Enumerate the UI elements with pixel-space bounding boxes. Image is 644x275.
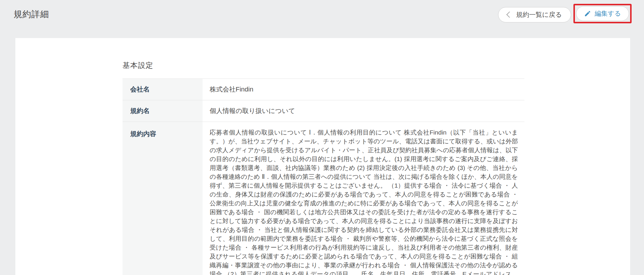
field-value: 個人情報の取り扱いについて bbox=[203, 100, 524, 122]
edit-button[interactable]: 編集する bbox=[576, 6, 629, 21]
back-button-label: 規約一覧に戻る bbox=[516, 10, 562, 19]
page-header: 規約詳細 規約一覧に戻る 編集する bbox=[0, 0, 644, 28]
settings-table: 会社名 株式会社Findin 規約名 個人情報の取り扱いについて 規約内容 応募… bbox=[123, 78, 524, 275]
table-row-company-name: 会社名 株式会社Findin bbox=[123, 79, 524, 100]
table-row-terms-name: 規約名 個人情報の取り扱いについて bbox=[123, 100, 524, 122]
field-value: 株式会社Findin bbox=[203, 79, 524, 100]
terms-detail-card: 基本設定 会社名 株式会社Findin 規約名 個人情報の取り扱いについて 規約… bbox=[15, 38, 630, 275]
edit-button-label: 編集する bbox=[595, 9, 621, 18]
table-row-terms-content: 規約内容 応募者個人情報の取扱いについて Ⅰ．個人情報の利用目的について 株式会… bbox=[123, 122, 524, 275]
field-label: 会社名 bbox=[123, 79, 203, 100]
back-to-terms-list-button[interactable]: 規約一覧に戻る bbox=[498, 7, 571, 22]
chevron-left-icon bbox=[506, 12, 513, 18]
header-actions: 規約一覧に戻る 編集する bbox=[498, 4, 632, 23]
field-label: 規約名 bbox=[123, 100, 203, 122]
field-label: 規約内容 bbox=[123, 122, 203, 275]
field-value: 応募者個人情報の取扱いについて Ⅰ．個人情報の利用目的について 株式会社Find… bbox=[203, 122, 524, 275]
pencil-icon bbox=[584, 10, 591, 17]
edit-button-highlight-box: 編集する bbox=[573, 4, 632, 23]
section-title: 基本設定 bbox=[123, 60, 630, 70]
page-title: 規約詳細 bbox=[14, 9, 49, 20]
